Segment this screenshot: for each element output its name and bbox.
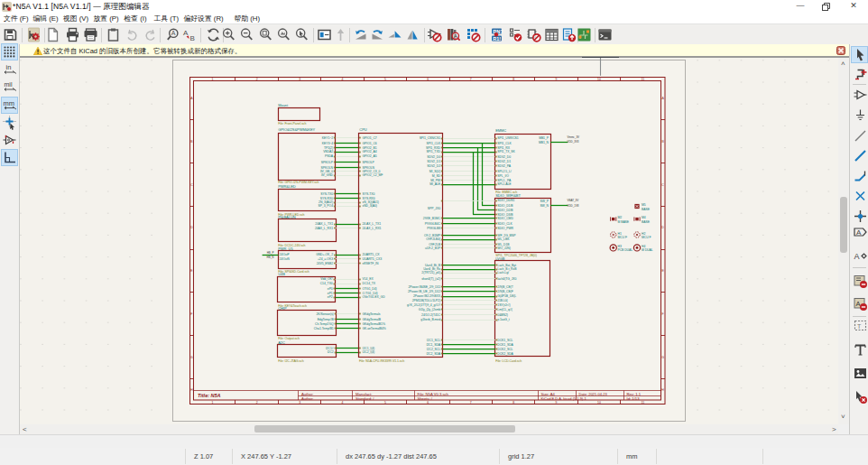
svg-text:GKdgTermalB1%: GKdgTermalB1% (363, 322, 385, 326)
svg-text:A: A (855, 300, 860, 308)
svg-text:2UART5_CX: 2UART5_CX (363, 253, 381, 256)
svg-text:O.TG1_D4): O.TG1_D4) (363, 292, 378, 295)
svg-text:DC14_TX: DC14_TX (363, 282, 376, 285)
svg-text:WO_J2N): WO_J2N) (497, 246, 511, 250)
svg-text:HB_N: HB_N (267, 256, 274, 259)
svg-text:SDIO_D1/B: SDIO_D1/B (497, 204, 513, 208)
svg-text:xND_3(A0): xND_3(A0) (363, 204, 377, 208)
svg-text:TP1(2): TP1(2) (324, 146, 333, 150)
svg-text:SDIO_CLK: SDIO_CLK (497, 222, 512, 226)
svg-text:I2C1#: I2C1# (326, 347, 334, 350)
svg-text:G: G (190, 356, 193, 359)
svg-text:SDV2_D0: SDV2_D0 (497, 155, 511, 159)
svg-text:4: 4 (342, 401, 344, 405)
svg-text:I2C2_SDA: I2C2_SDA (426, 352, 440, 356)
svg-text:B: B (190, 34, 195, 42)
svg-text:24.AX_L_TX1: 24.AX_L_TX1 (363, 222, 382, 226)
svg-text:SDV2_D1: SDV2_D1 (497, 160, 511, 163)
svg-text:1: 1 (212, 401, 214, 405)
svg-text:SPP_JX0: SPP_JX0 (428, 207, 440, 210)
svg-text:+24_=-OK3: +24_=-OK3 (318, 257, 333, 261)
svg-text:WF_2G_BNP: WF_2G_BNP (497, 234, 516, 237)
svg-text:SP_3_PO4: SP_3_PO4 (318, 204, 333, 208)
svg-text:PSDA: PSDA (325, 154, 334, 158)
svg-text:SDV2_PA: SDV2_PA (497, 164, 511, 168)
svg-text:G(4P1B_D8(L: G(4P1B_D8(L (497, 294, 516, 298)
svg-text:VDD_3V3: VDD_3V3 (568, 140, 579, 144)
svg-text:SPKOLP: SPKOLP (363, 161, 375, 164)
svg-text:Sheets: /: Sheets: / (418, 396, 433, 401)
svg-text:VSDA2: VSDA2 (323, 150, 333, 153)
svg-text:MI_PW: MI_PW (430, 179, 441, 182)
svg-text:Cha1.Temp/B1: Cha1.Temp/B1 (314, 327, 334, 330)
svg-text:g1herb_B.med: g1herb_B.med (420, 318, 440, 321)
svg-text:SDIO_D0/S1: SDIO_D0/S1 (497, 199, 514, 202)
svg-text:M BASE: M BASE (618, 220, 630, 224)
svg-text:Mount: Mount (278, 103, 289, 107)
svg-text:GND+-OK_2: GND+-OK_2 (316, 253, 333, 256)
svg-text:SYS-RX0: SYS-RX0 (320, 197, 333, 200)
svg-text:Vmmc_3V: Vmmc_3V (568, 135, 580, 139)
svg-text:MB1_P: MB1_P (539, 136, 549, 140)
svg-text:PWR&LED: PWR&LED (278, 184, 296, 189)
svg-text:EMMC: EMMC (495, 128, 506, 133)
svg-text:SYS-TX0: SYS-TX0 (363, 192, 375, 196)
svg-text:SPL_I/O: SPL_I/O (497, 174, 509, 178)
svg-text:G: G (661, 356, 664, 359)
svg-text:SPI1_USR/CS1: SPI1_USR/CS1 (497, 136, 518, 140)
svg-text:File: Front-Panel.sch: File: Front-Panel.sch (278, 122, 306, 126)
svg-text:GKdgTermals: GKdgTermals (363, 312, 381, 316)
svg-text:M5: M5 (642, 203, 646, 207)
svg-text:6: 6 (427, 78, 429, 81)
svg-text:SPL1._PA: SPL1._PA (497, 179, 512, 182)
svg-text:1SY(r2r#): 1SY(r2r#) (497, 303, 510, 307)
svg-text:5: 5 (384, 401, 386, 405)
svg-text:MCU F: MCU F (642, 236, 651, 239)
svg-text:7: 7 (470, 78, 472, 81)
svg-text:V14_EX: V14_EX (363, 277, 374, 281)
svg-text:File: I2C-JTAG.sch: File: I2C-JTAG.sch (278, 359, 304, 363)
svg-text:A: A (171, 30, 175, 36)
svg-text:10: 10 (597, 78, 601, 81)
svg-text:in: in (6, 63, 12, 71)
svg-text:24V5_ENB2: 24V5_ENB2 (317, 262, 333, 265)
svg-text:SPI1_TX_SK: SPI1_TX_SK (497, 150, 515, 153)
svg-text:File: LCD-Card.sch: File: LCD-Card.sch (495, 359, 522, 363)
svg-text:GPIO2_B1: GPIO2_B1 (363, 146, 377, 150)
svg-text:M2: M2 (618, 216, 623, 219)
svg-text:SDIO_D2/B: SDIO_D2/B (497, 209, 513, 212)
svg-text:O9.2_B1MP: O9.2_B1MP (424, 234, 441, 237)
svg-text:G1ly_(2y_(2smb: G1ly_(2y_(2smb (419, 308, 440, 312)
svg-text:11: 11 (642, 401, 645, 405)
svg-text:T: T (857, 323, 862, 330)
svg-text:7: 7 (470, 401, 472, 405)
svg-text:A: A (454, 33, 457, 39)
svg-text:2Power#B2.2/9.BXX: 2Power#B2.2/9.BXX (413, 294, 441, 298)
svg-text:24/1O.2(T41C: 24/1O.2(T41C (421, 313, 440, 317)
svg-text:BASE: BASE (642, 208, 651, 211)
svg-text:short4(T)_(x2): short4(T)_(x2) (421, 277, 440, 281)
svg-text:GPIO1_C6: GPIO1_C6 (363, 142, 377, 145)
svg-text:2/9(B_CE(F: 2/9(B_CE(F (497, 290, 512, 293)
svg-text:SYS-TX0: SYS-TX0 (320, 192, 333, 196)
svg-text:O9F.2LB4(: O9F.2LB4( (426, 237, 441, 241)
svg-text:R1!: R1! (493, 35, 501, 41)
svg-text:MI_S(U): MI_S(U) (429, 170, 440, 173)
svg-text:Lach.Lg/: Lach.Lg/ (497, 271, 509, 274)
svg-text:Id: 1/13: Id: 1/13 (627, 396, 641, 401)
svg-text:0&BN2): 0&BN2) (497, 313, 508, 317)
svg-text:SDV2_D0: SDV2_D0 (427, 155, 440, 159)
svg-text:eP2: eP2 (328, 295, 333, 299)
svg-text:2PM11B(TDLL/1LP2): 2PM11B(TDLL/1LP2) (412, 299, 440, 302)
svg-text:p.1axG_t: p.1axG_t (497, 318, 509, 321)
svg-text:2: 2 (256, 78, 258, 81)
svg-text:SPL1.ALE: SPL1.ALE (497, 182, 512, 186)
svg-text:g#K_2/L2(1TT)9_4_g#LY: g#K_2/L2(1TT)9_4_g#LY (407, 303, 441, 307)
svg-text:I2C1_SDA: I2C1_SDA (426, 343, 440, 347)
svg-text:29XE_B1MC: 29XE_B1MC (423, 217, 441, 220)
svg-text:H4: H4 (642, 245, 645, 248)
svg-text:H1: H1 (618, 232, 622, 236)
svg-text:I2C2: I2C2 (328, 350, 334, 354)
svg-text:2: 2 (256, 401, 258, 405)
svg-text:Lach_Bat_Byt: Lach_Bat_Byt (497, 264, 516, 267)
